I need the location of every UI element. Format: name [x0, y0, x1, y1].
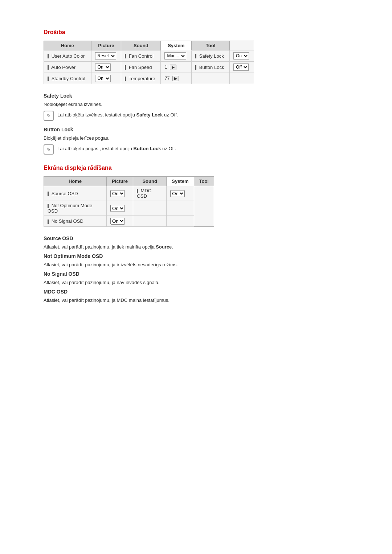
- table-row: Standby Control On Temperature 77 ▶: [44, 73, 254, 84]
- select-auto-power[interactable]: On: [95, 63, 111, 71]
- select-reset[interactable]: Reset: [95, 52, 116, 59]
- cell-not-optimum-val[interactable]: On: [106, 201, 133, 216]
- cell-temperature: Temperature: [121, 73, 161, 84]
- button-lock-note: ✎ Lai atbloķētu pogas , iestatiet opciju…: [44, 144, 348, 155]
- safety-lock-heading: Safety Lock: [44, 93, 348, 99]
- no-signal-heading: No Signal OSD: [44, 271, 348, 277]
- cell-fan-speed-val[interactable]: 1 ▶: [161, 62, 192, 73]
- label-no-signal: No Signal OSD: [52, 218, 83, 224]
- drosiba-menu-table: Home Picture Sound System Tool User Auto…: [44, 41, 254, 84]
- no-signal-desc: Atlasiet, vai parādīt paziņojumu, ja nav…: [44, 280, 348, 285]
- tab-picture2[interactable]: Picture: [106, 177, 133, 186]
- cell-empty6: [167, 216, 194, 227]
- safety-lock-note-text: Lai atbloķētu izvēlnes, iestatiet opciju…: [57, 111, 178, 118]
- cell-auto-power-val[interactable]: On: [91, 62, 121, 73]
- label-temperature: Temperature: [129, 76, 155, 81]
- row-icon: [195, 65, 196, 70]
- label-source-osd: Source OSD: [52, 191, 78, 196]
- note-prefix: Lai atbloķētu izvēlnes, iestatiet opciju: [57, 112, 136, 118]
- cell-mdc-osd: MDC OSD: [133, 186, 166, 201]
- select-not-optimum[interactable]: On: [110, 205, 125, 212]
- select-no-signal[interactable]: On: [110, 218, 125, 225]
- cell-empty2: [230, 73, 254, 84]
- tab-system2[interactable]: System: [167, 177, 194, 186]
- note-icon: ✎: [44, 144, 54, 155]
- select-standby[interactable]: On: [95, 75, 111, 82]
- label-not-optimum: Not Optimum Mode OSD: [48, 203, 92, 214]
- table-row: Source OSD On MDC OSD On: [44, 186, 214, 201]
- tab-sound[interactable]: Sound: [121, 41, 161, 50]
- cell-fan-speed: Fan Speed: [121, 62, 161, 73]
- label-button-lock: Button Lock: [199, 65, 224, 70]
- label-standby-control: Standby Control: [52, 76, 85, 81]
- arrow-right-icon[interactable]: ▶: [170, 65, 176, 70]
- tab-sound2[interactable]: Sound: [133, 177, 166, 186]
- select-source-osd[interactable]: On: [110, 190, 125, 197]
- cell-empty3: [133, 201, 166, 216]
- row-icon: [48, 192, 49, 196]
- cell-empty4: [167, 201, 194, 216]
- section-ekrana: Ekrāna displeja rādīšana Home Picture So…: [44, 165, 348, 303]
- source-osd-heading: Source OSD: [44, 235, 348, 241]
- tab-picture[interactable]: Picture: [91, 41, 121, 50]
- tab-home[interactable]: Home: [44, 41, 91, 50]
- table-row: Not Optimum Mode OSD On: [44, 201, 214, 216]
- tab-tool2[interactable]: Tool: [194, 177, 214, 186]
- note-suffix: uz Off.: [161, 146, 176, 151]
- temperature-value: 77: [164, 75, 170, 81]
- row-icon: [48, 65, 49, 70]
- cell-no-signal-val[interactable]: On: [106, 216, 133, 227]
- tab-system[interactable]: System: [161, 41, 192, 50]
- section-drosiba: Drošība Home Picture Sound System Tool U…: [44, 29, 348, 155]
- select-button-lock[interactable]: Off: [233, 63, 249, 71]
- not-optimum-heading: Not Optimum Mode OSD: [44, 253, 348, 259]
- mdc-osd-heading: MDC OSD: [44, 289, 348, 295]
- cell-button-lock-val[interactable]: Off: [230, 62, 254, 73]
- cell-auto-power: Auto Power: [44, 62, 91, 73]
- label-mdc-osd: MDC OSD: [137, 188, 151, 199]
- row-icon: [125, 65, 126, 70]
- note-suffix: uz Off.: [163, 112, 178, 118]
- cell-not-optimum: Not Optimum Mode OSD: [44, 201, 107, 216]
- row-icon: [137, 189, 138, 193]
- label-fan-speed: Fan Speed: [129, 65, 152, 70]
- not-optimum-desc: Atlasiet, vai parādīt paziņojumu, ja ir …: [44, 262, 348, 267]
- button-lock-desc: Bloķējiet displeja ierīces pogas.: [44, 135, 348, 141]
- select-safety-lock[interactable]: On: [233, 52, 249, 59]
- cell-mdc-osd-val[interactable]: On: [167, 186, 194, 201]
- row-icon: [48, 219, 49, 224]
- cell-standby-control: Standby Control: [44, 73, 91, 84]
- label-fan-control: Fan Control: [129, 53, 154, 59]
- row-icon: [48, 77, 49, 81]
- row-icon: [48, 204, 49, 208]
- section-ekrana-title: Ekrāna displeja rādīšana: [44, 165, 348, 171]
- tab-home2[interactable]: Home: [44, 177, 107, 186]
- label-auto-power: Auto Power: [51, 65, 75, 70]
- cell-source-osd-val[interactable]: On: [106, 186, 133, 201]
- tab-tool[interactable]: Tool: [192, 41, 230, 50]
- cell-fan-control-val[interactable]: Man...: [161, 50, 192, 62]
- cell-reset[interactable]: Reset: [91, 50, 121, 62]
- note-bold: Safety Lock: [136, 112, 163, 118]
- button-lock-note-text: Lai atbloķētu pogas , iestatiet opciju B…: [57, 144, 176, 151]
- cell-temperature-val[interactable]: 77 ▶: [161, 73, 192, 84]
- label-safety-lock: Safety Lock: [199, 53, 224, 59]
- arrow-right-icon[interactable]: ▶: [172, 76, 179, 81]
- source-osd-bold: Source: [156, 244, 172, 250]
- button-lock-heading: Button Lock: [44, 127, 348, 132]
- mdc-osd-desc: Atlasiet, vai parādīt paziņojumu, ja MDC…: [44, 297, 348, 303]
- select-mdc-osd[interactable]: On: [170, 190, 185, 197]
- source-osd-suffix: .: [172, 244, 173, 250]
- select-fan-control[interactable]: Man...: [164, 52, 186, 59]
- table-row: Auto Power On Fan Speed 1 ▶ But: [44, 62, 254, 73]
- source-osd-desc: Atlasiet, vai parādīt paziņojumu, ja tie…: [44, 244, 348, 250]
- table-row: No Signal OSD On: [44, 216, 214, 227]
- cell-user-auto-color: User Auto Color: [44, 50, 91, 62]
- label-user-auto-color: User Auto Color: [52, 53, 85, 59]
- cell-source-osd: Source OSD: [44, 186, 107, 201]
- note-prefix: Lai atbloķētu pogas , iestatiet opciju: [57, 146, 134, 151]
- cell-safety-lock-val[interactable]: On: [230, 50, 254, 62]
- source-osd-text: Atlasiet, vai parādīt paziņojumu, ja tie…: [44, 244, 156, 250]
- cell-standby-val[interactable]: On: [91, 73, 121, 84]
- fan-speed-value: 1: [164, 64, 167, 70]
